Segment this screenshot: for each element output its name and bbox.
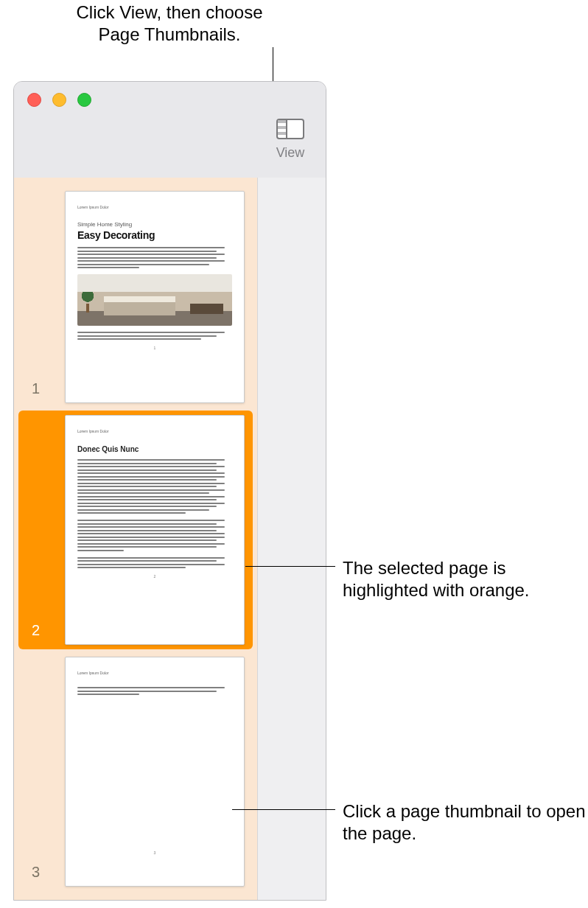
page-thumbnail-1-slot[interactable]: Lorem Ipsum Dolor Simple Home Styling Ea…: [18, 186, 253, 408]
page-3-header: Lorem Ipsum Dolor: [77, 671, 232, 675]
page-1-subtitle: Simple Home Styling: [77, 221, 232, 228]
annotation-selected-leader: [245, 566, 335, 567]
page-thumbnail-2-slot[interactable]: Lorem Ipsum Dolor Donec Quis Nunc: [18, 411, 253, 649]
window-close-button[interactable]: [27, 93, 41, 107]
page-2-body-text: [77, 459, 232, 514]
page-1-headline: Easy Decorating: [77, 229, 232, 241]
page-thumbnail-number-1: 1: [32, 380, 40, 397]
annotation-open-leader: [232, 809, 335, 810]
window-controls: [27, 93, 91, 107]
page-2-header: Lorem Ipsum Dolor: [77, 429, 232, 433]
annotation-open-text: Click a page thumbnail to open the page.: [343, 801, 586, 843]
page-thumbnail-2: Lorem Ipsum Dolor Donec Quis Nunc: [65, 415, 245, 645]
annotation-selected: The selected page is highlighted with or…: [343, 557, 586, 601]
annotation-top: Click View, then choose Page Thumbnails.: [66, 1, 273, 46]
page-3-blank-area: [77, 697, 232, 845]
page-2-footer-number: 2: [77, 574, 232, 579]
page-thumbnail-number-2: 2: [32, 622, 40, 639]
page-thumbnail-number-3: 3: [32, 864, 40, 881]
annotation-open: Click a page thumbnail to open the page.: [343, 800, 586, 845]
page-thumbnails-sidebar: Lorem Ipsum Dolor Simple Home Styling Ea…: [14, 178, 258, 900]
window-titlebar: View: [14, 82, 326, 178]
page-1-body-text-2: [77, 332, 232, 340]
page-3-footer-number: 3: [77, 851, 232, 855]
page-thumbnail-1: Lorem Ipsum Dolor Simple Home Styling Ea…: [65, 191, 245, 403]
annotation-selected-text: The selected page is highlighted with or…: [343, 558, 530, 600]
window-zoom-button[interactable]: [77, 93, 91, 107]
window-minimize-button[interactable]: [52, 93, 66, 107]
page-thumbnail-3: Lorem Ipsum Dolor 3: [65, 657, 245, 887]
page-2-body-text-3: [77, 557, 232, 569]
page-1-header: Lorem Ipsum Dolor: [77, 205, 232, 209]
page-thumbnail-3-slot[interactable]: Lorem Ipsum Dolor 3 3: [18, 652, 253, 891]
toolbar-view-label: View: [268, 145, 312, 161]
page-1-body-text: [77, 247, 232, 268]
page-1-footer-number: 1: [77, 346, 232, 350]
page-3-body-text: [77, 687, 232, 695]
toolbar-view-button[interactable]: View: [268, 119, 312, 161]
page-1-image: [77, 274, 232, 326]
page-2-section-title: Donec Quis Nunc: [77, 445, 232, 453]
app-window: View Lorem Ipsum Dolor Simple Home Styli…: [13, 81, 326, 901]
page-2-body-text-2: [77, 520, 232, 551]
sidebar-view-icon: [276, 119, 304, 139]
